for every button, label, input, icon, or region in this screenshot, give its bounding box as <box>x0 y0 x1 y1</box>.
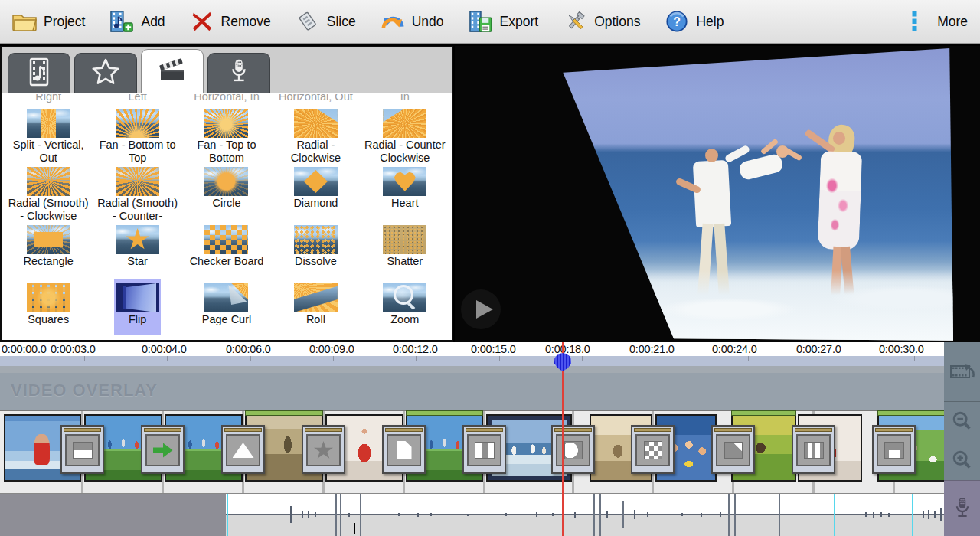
thumb-overlay <box>116 109 159 138</box>
transition-button-face <box>226 434 260 466</box>
transition-split-vertical-out[interactable]: Split - Vertical, Out <box>4 105 93 163</box>
marker-strip[interactable] <box>0 356 980 366</box>
audio-track[interactable] <box>0 493 980 536</box>
add-overlay-button[interactable] <box>944 342 980 401</box>
toolbar-add-button[interactable]: Add <box>108 8 165 34</box>
toolbar-options-button[interactable]: Options <box>561 8 640 34</box>
video-preview <box>455 46 980 342</box>
transition-diamond[interactable]: Diamond <box>271 163 360 221</box>
transition-button-strip <box>144 428 181 432</box>
video-track[interactable] <box>0 410 980 493</box>
transition-flip[interactable]: Flip <box>93 279 181 338</box>
audio-waveform-spike <box>348 513 350 517</box>
preview-figure <box>833 132 845 145</box>
transition-page-curl[interactable]: Page Curl <box>182 279 271 338</box>
transition-thumb-roll <box>294 283 338 312</box>
transition-thumb-dissolve <box>294 225 338 254</box>
transition-label: Fan - Bottom to Top <box>94 139 180 165</box>
ruler-tick <box>416 356 416 361</box>
record-narration-button[interactable] <box>944 480 980 536</box>
transition-radial-smooth-ccw[interactable]: Radial (Smooth) - Counter- <box>93 163 181 221</box>
transition-heart[interactable]: Heart <box>361 163 449 221</box>
audio-clip-boundary <box>599 494 601 536</box>
toolbar-undo-button[interactable]: Undo <box>379 8 444 34</box>
transition-button-rect-bottom[interactable] <box>872 425 916 474</box>
transition-rectangle[interactable]: Rectangle <box>4 221 93 279</box>
transition-label: Heart <box>383 197 426 210</box>
transition-radial-ccw[interactable]: Radial - Counter Clockwise <box>361 105 449 163</box>
toolbar-project-button[interactable]: Project <box>11 8 85 34</box>
transition-button-face <box>387 434 421 466</box>
toolbar-more-button[interactable]: More <box>900 8 968 34</box>
svg-text:?: ? <box>674 15 681 28</box>
transition-button-strip <box>795 428 832 432</box>
transition-circle[interactable]: Circle <box>182 163 271 221</box>
zoom-in-icon[interactable] <box>950 449 975 473</box>
timeline-ruler[interactable]: 0:00:00.00:00:03.00:00:04.00:00:06.00:00… <box>0 342 980 356</box>
ruler-time-label: 0:00:30.0 <box>879 343 924 355</box>
help-icon: ? <box>663 8 691 34</box>
toolbar-export-button[interactable]: Export <box>467 8 539 34</box>
toolbar-remove-button[interactable]: Remove <box>188 8 271 34</box>
toolbar-help-button[interactable]: ?Help <box>663 8 724 34</box>
audio-waveform-spike <box>552 513 554 516</box>
transition-button-bar-center[interactable] <box>462 425 506 474</box>
transition-thumb-flip <box>116 283 159 312</box>
zoom-out-icon[interactable] <box>950 410 975 434</box>
transition-star[interactable]: Star <box>93 221 181 279</box>
tab-effects[interactable] <box>74 53 137 93</box>
transition-thumb-heart <box>383 167 426 196</box>
tab-transitions[interactable] <box>141 49 204 93</box>
transition-button-star[interactable] <box>302 425 345 474</box>
transition-label: Dissolve <box>294 255 338 268</box>
transition-radial-smooth-cw[interactable]: Radial (Smooth) - Clockwise <box>4 163 93 221</box>
transition-button-arrow-right[interactable] <box>141 425 185 474</box>
transition-fan-top-bottom[interactable]: Fan - Top to Bottom <box>182 105 271 163</box>
transition-button-page[interactable] <box>382 425 426 474</box>
audio-bookmark-marker <box>227 494 228 536</box>
transition-cell-wrap: Roll <box>292 279 339 335</box>
toolbar-slice-button[interactable]: Slice <box>294 8 356 34</box>
arrow-right-icon <box>153 443 173 458</box>
thumb-overlay <box>394 172 416 191</box>
transition-checker-board[interactable]: Checker Board <box>182 221 271 279</box>
transition-shatter[interactable]: Shatter <box>361 221 449 279</box>
transition-thumb-radial-smooth-cw <box>27 167 70 196</box>
transition-cell-wrap: Diamond <box>292 163 339 219</box>
transition-fan-bottom-top[interactable]: Fan - Bottom to Top <box>93 105 181 163</box>
options-icon <box>561 8 589 34</box>
ruler-time-label: 0:00:15.0 <box>471 343 516 355</box>
audio-waveform-spike <box>302 511 303 518</box>
star-icon <box>314 441 334 459</box>
transition-button-crescent[interactable] <box>551 425 595 474</box>
transition-label: Circle <box>204 197 248 210</box>
transition-radial-cw[interactable]: Radial - Clockwise <box>271 105 360 163</box>
transition-button-split-horizontal[interactable] <box>60 425 104 474</box>
transition-button-triangle-up[interactable] <box>221 425 265 474</box>
transition-squares[interactable]: Squares <box>4 279 93 338</box>
audio-clip-boundary <box>779 494 780 536</box>
audio-waveform-spike <box>308 511 309 518</box>
video-overlay-track[interactable]: VIDEO OVERLAY <box>0 373 980 410</box>
transition-zoom[interactable]: Zoom <box>361 279 449 338</box>
audio-waveform-spike <box>720 512 721 517</box>
transition-button-checker-squares[interactable] <box>631 425 675 474</box>
audio-clip-boundary <box>360 494 361 536</box>
more-icon <box>900 8 928 34</box>
transition-button-split-bars[interactable] <box>792 425 835 474</box>
thumb-overlay <box>126 283 156 312</box>
ruler-time-label: 0:00:04.0 <box>142 343 187 355</box>
transition-cell-wrap: Rectangle <box>22 221 75 277</box>
transition-roll[interactable]: Roll <box>271 279 360 338</box>
preview-surf <box>455 270 980 342</box>
audio-waveform-spike <box>928 510 929 519</box>
play-button[interactable] <box>461 289 501 329</box>
transition-button-corner-wipe[interactable] <box>711 425 755 474</box>
ruler-time-label: 0:00:03.0 <box>51 343 96 355</box>
tab-audio[interactable] <box>207 53 270 93</box>
audio-clip-boundary <box>593 494 595 536</box>
audio-waveform-spike <box>888 513 890 517</box>
star-outline-icon <box>90 57 121 90</box>
tab-media[interactable] <box>8 53 70 93</box>
transition-dissolve[interactable]: Dissolve <box>271 221 360 279</box>
